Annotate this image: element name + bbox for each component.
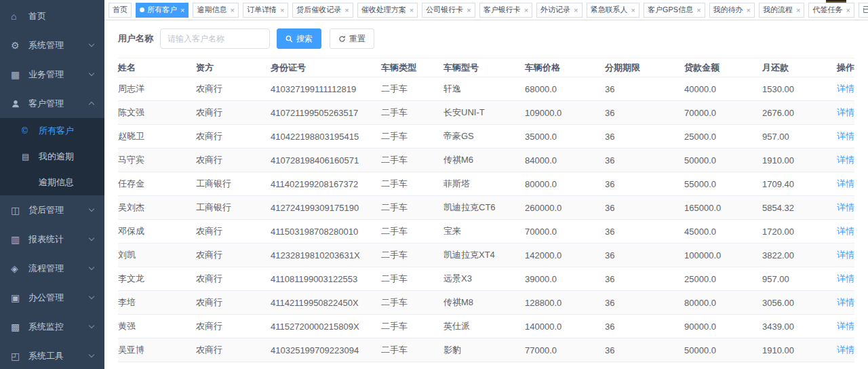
table-row: 吴刘杰 工商银行 412724199309175190 二手车 凯迪拉克CT6 … — [118, 196, 854, 220]
chevron-down-icon — [89, 41, 94, 47]
tab-sign-tasks[interactable]: 代签任务 × — [808, 3, 854, 18]
cell-id-number: 411081199003122553 — [271, 267, 381, 291]
tab-my-process[interactable]: 我的流程 × — [759, 3, 804, 18]
cell-loan-amount: 40000.0 — [684, 77, 762, 101]
tab-close-icon[interactable]: × — [180, 6, 184, 14]
tab-close-icon[interactable]: × — [524, 6, 528, 14]
sidebar-item-customer-mgmt[interactable]: 客户管理 — [0, 89, 104, 118]
cell-name: 赵晓卫 — [118, 125, 196, 149]
tab-all-customers[interactable]: 所有客户 × — [136, 3, 189, 18]
cell-funder: 农商行 — [196, 291, 271, 315]
cell-name: 陈文强 — [118, 101, 196, 125]
cell-monthly-payment: 3439.00 — [762, 315, 811, 338]
detail-link[interactable]: 详情 — [837, 321, 854, 331]
cell-name: 周志洋 — [118, 77, 196, 101]
sidebar-item-postloan-mgmt[interactable]: ◫ 贷后管理 — [0, 195, 104, 225]
table-row: 吴亚博 农商行 410325199709223094 二手车 影豹 77000.… — [118, 338, 854, 362]
col-loan-amount: 贷款金额 — [684, 58, 762, 77]
detail-link[interactable]: 详情 — [837, 83, 854, 94]
tab-customer-bank-card[interactable]: 客户银行卡 × — [479, 3, 532, 18]
detail-link[interactable]: 详情 — [837, 178, 854, 189]
sidebar-item-overdue-info[interactable]: 逾期信息 — [0, 170, 104, 195]
tab-close-icon[interactable]: × — [280, 6, 284, 14]
detail-link[interactable]: 详情 — [837, 155, 854, 165]
detail-link[interactable]: 详情 — [837, 226, 854, 236]
cell-vehicle-price: 142000.0 — [525, 244, 605, 267]
tab-company-bank-card[interactable]: 公司银行卡 × — [422, 3, 475, 18]
cell-loan-amount: 50000.0 — [684, 338, 762, 362]
detail-link[interactable]: 详情 — [837, 131, 854, 141]
tab-visit-records[interactable]: 外访记录 × — [536, 3, 582, 18]
wallet-icon: ◫ — [11, 205, 26, 216]
cell-vehicle-price: 140000.0 — [525, 315, 605, 338]
tab-close-icon[interactable]: × — [696, 6, 701, 14]
cell-monthly-payment: 1530.00 — [762, 77, 811, 101]
cell-monthly-payment: 1709.40 — [762, 172, 811, 196]
cell-loan-amount: 165000.0 — [684, 196, 762, 220]
sidebar-item-all-customers[interactable]: © 所有客户 — [0, 118, 104, 144]
sidebar-item-system-mgmt[interactable]: ⚙ 系统管理 — [0, 31, 104, 60]
flow-icon: ◈ — [11, 263, 26, 274]
sidebar-item-report-stats[interactable]: ▥ 报表统计 — [0, 225, 104, 254]
sidebar-item-business-mgmt[interactable]: ▦ 业务管理 — [0, 60, 104, 89]
cell-monthly-payment: 3056.00 — [762, 291, 811, 315]
chevron-down-icon — [89, 206, 94, 212]
cell-funder: 农商行 — [196, 77, 271, 101]
detail-link[interactable]: 详情 — [837, 202, 854, 212]
detail-link[interactable]: 详情 — [837, 297, 854, 307]
cell-term: 36 — [605, 149, 684, 172]
detail-link[interactable]: 详情 — [837, 273, 854, 284]
detail-link[interactable]: 详情 — [837, 345, 854, 355]
sidebar-item-system-monitor[interactable]: ▩ 系统监控 — [0, 312, 104, 341]
cell-id-number: 410422198803195415 — [271, 125, 381, 149]
chevron-down-icon — [89, 294, 94, 299]
col-term: 分期期限 — [605, 58, 684, 77]
tab-emergency-contacts[interactable]: 紧急联系人 × — [587, 3, 639, 18]
tab-close-icon[interactable]: × — [631, 6, 635, 14]
customer-name-input[interactable] — [160, 28, 270, 49]
tab-order-details[interactable]: 订单详情 × — [243, 3, 288, 18]
col-vehicle-price: 车辆价格 — [525, 58, 605, 77]
cell-term: 36 — [605, 196, 684, 220]
tab-close-icon[interactable]: × — [574, 6, 578, 14]
search-button[interactable]: 搜索 — [277, 28, 321, 49]
tab-close-icon[interactable]: × — [344, 6, 349, 14]
grid-icon: ▦ — [11, 69, 26, 80]
tab-close-icon[interactable]: × — [410, 6, 414, 14]
cell-term: 36 — [605, 220, 684, 244]
tab-close-icon[interactable]: × — [846, 6, 850, 14]
cell-monthly-payment: 3822.00 — [762, 244, 811, 267]
table-row-partial — [118, 362, 854, 369]
cell-funder: 农商行 — [196, 125, 271, 149]
col-name: 姓名 — [118, 58, 196, 77]
cell-vehicle-type: 二手车 — [381, 172, 443, 196]
cell-loan-amount: 55000.0 — [684, 172, 762, 196]
tab-done-tasks[interactable]: 已办任务 × — [859, 3, 868, 18]
cell-loan-amount: 70000.0 — [684, 101, 762, 125]
detail-link[interactable]: 详情 — [837, 107, 854, 117]
tab-close-icon[interactable]: × — [230, 6, 234, 14]
sidebar-item-my-overdue[interactable]: ▤ 我的逾期 — [0, 144, 104, 170]
sidebar-item-system-tools[interactable]: ◰ 系统工具 — [0, 341, 104, 369]
cell-vehicle-model: 宝来 — [443, 220, 525, 244]
reset-button[interactable]: 重置 — [330, 28, 374, 49]
sidebar-item-home[interactable]: ⌂ 首页 — [0, 1, 104, 31]
tab-close-icon[interactable]: × — [467, 6, 471, 14]
sidebar-item-process-mgmt[interactable]: ◈ 流程管理 — [0, 254, 104, 283]
cell-vehicle-type: 二手车 — [381, 149, 443, 172]
tab-close-icon[interactable]: × — [796, 6, 800, 14]
cell-vehicle-model: 影豹 — [443, 338, 525, 362]
tab-close-icon[interactable]: × — [747, 6, 751, 14]
cell-monthly-payment: 1910.00 — [762, 149, 811, 172]
cell-vehicle-model: 帝豪GS — [443, 125, 525, 149]
table-row: 黄强 农商行 41152720000215809X 二手车 英仕派 140000… — [118, 315, 854, 338]
tab-bar: 首页 所有客户 × 逾期信息 × 订单详情 × 贷后催收记录 × 催收处理方案 … — [104, 0, 868, 20]
tab-home[interactable]: 首页 — [108, 3, 132, 18]
tab-collection-records[interactable]: 贷后催收记录 × — [292, 3, 353, 18]
sidebar-item-office-mgmt[interactable]: ▣ 办公管理 — [0, 283, 104, 312]
tab-customer-gps[interactable]: 客户GPS信息 × — [644, 3, 705, 18]
tab-my-todo[interactable]: 我的待办 × — [709, 3, 755, 18]
detail-link[interactable]: 详情 — [837, 250, 854, 260]
tab-collection-plan[interactable]: 催收处理方案 × — [357, 3, 418, 18]
tab-overdue-info[interactable]: 逾期信息 × — [193, 3, 238, 18]
